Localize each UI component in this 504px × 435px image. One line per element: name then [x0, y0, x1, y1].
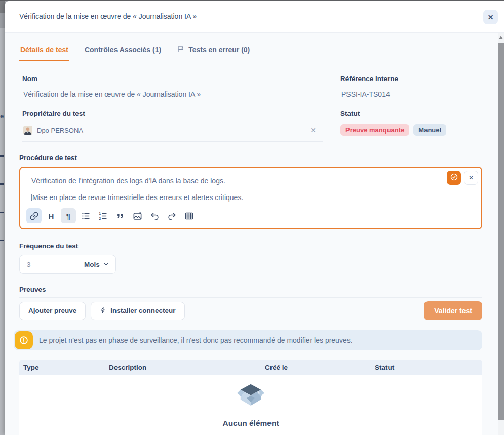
procedure-paragraph: Mise en place de revue trimestrielle des…: [31, 193, 470, 202]
fields-row-2: Propriétaire du test Dpo PERSONA ✕: [19, 110, 482, 142]
add-preuve-label: Ajouter preuve: [28, 307, 76, 314]
close-icon: ✕: [469, 174, 474, 181]
table-empty-state: Aucun élément: [19, 375, 482, 435]
tab-label: Tests en erreur (0): [188, 46, 250, 54]
status-badge-manuel: Manuel: [413, 124, 446, 136]
divider: [19, 297, 482, 298]
table-icon[interactable]: [181, 208, 197, 223]
frequency-input[interactable]: [19, 255, 77, 274]
procedure-label: Procédure de test: [19, 154, 482, 162]
info-banner-text: Le projet n'est pas en phase de surveill…: [39, 336, 353, 344]
backdrop-row-mark: [0, 155, 4, 157]
cancel-edit-button[interactable]: ✕: [464, 171, 478, 185]
frequency-group: Mois: [19, 255, 116, 274]
close-button[interactable]: ✕: [483, 10, 498, 24]
frequency-unit-select[interactable]: Mois: [77, 255, 116, 274]
fields-row-1: Nom Vérification de la mise en œuvre de …: [19, 75, 482, 98]
reference-label: Référence interne: [340, 75, 482, 83]
empty-state-text: Aucun élément: [222, 419, 279, 428]
preuves-table: Type Description Créé le Statut: [19, 360, 482, 435]
install-connector-label: Installer connecteur: [110, 307, 175, 314]
reference-value: PSSI-IA-TS014: [340, 90, 482, 98]
nom-label: Nom: [22, 75, 323, 83]
modal-body: Détails de test Contrôles Associés (1) T…: [5, 45, 504, 435]
chevron-down-icon: [103, 261, 109, 268]
window-top-edge: [0, 0, 504, 1]
undo-icon[interactable]: [147, 208, 162, 223]
redo-icon[interactable]: [164, 208, 179, 223]
modal-header: Vérification de la mise en œuvre de « Jo…: [5, 1, 504, 33]
validate-test-label: Valider test: [434, 307, 472, 315]
backdrop-block: [0, 13, 5, 28]
backdrop-row-mark: [0, 212, 4, 213]
owner-remove-button[interactable]: ✕: [310, 126, 316, 134]
tab-controles-associes[interactable]: Contrôles Associés (1): [84, 45, 162, 61]
preuves-actions: Ajouter preuve Installer connecteur Vali…: [19, 301, 482, 320]
tab-tests-en-erreur[interactable]: Tests en erreur (0): [176, 45, 251, 61]
modal-title: Vérification de la mise en œuvre de « Jo…: [19, 12, 197, 20]
warning-icon: [15, 331, 33, 349]
backdrop-row-mark: [0, 240, 4, 241]
field-reference-interne: Référence interne PSSI-IA-TS014: [337, 75, 482, 98]
editor-actions: ✕: [447, 171, 478, 185]
scrollbar-thumb[interactable]: [498, 43, 504, 420]
confirm-button[interactable]: [447, 171, 461, 185]
backdrop-row-mark: [0, 183, 4, 185]
blockquote-icon[interactable]: [112, 208, 128, 223]
scrollbar-track[interactable]: [498, 33, 504, 435]
procedure-paragraph: Vérification de l'intégration des logs d…: [31, 176, 470, 185]
flag-icon: [177, 45, 185, 54]
owner-chip: Dpo PERSONA ✕: [22, 123, 323, 142]
preuves-label: Preuves: [19, 286, 482, 293]
frequency-unit-value: Mois: [84, 261, 100, 268]
validate-test-button[interactable]: Valider test: [424, 301, 482, 320]
column-header-cree-le: Créé le: [261, 364, 371, 371]
remove-x-icon: ✕: [310, 126, 316, 134]
connector-icon: [100, 307, 106, 315]
heading-icon[interactable]: H: [44, 208, 59, 223]
check-circle-icon: [450, 173, 458, 183]
table-header-row: Type Description Créé le Statut: [19, 360, 482, 375]
editor-toolbar: H ¶ 1 2: [20, 204, 481, 228]
ordered-list-icon[interactable]: 1 2: [95, 208, 110, 223]
image-add-icon[interactable]: [130, 208, 145, 223]
column-header-description: Description: [105, 364, 261, 371]
field-nom: Nom Vérification de la mise en œuvre de …: [19, 75, 323, 98]
tab-label: Contrôles Associés (1): [85, 46, 161, 54]
page: e Vérification de la mise en œuvre de « …: [0, 0, 504, 435]
status-badges: Preuve manquante Manuel: [340, 124, 482, 136]
status-badge-preuve-manquante: Preuve manquante: [340, 124, 409, 136]
close-icon: ✕: [488, 13, 494, 21]
procedure-editor-textarea[interactable]: Vérification de l'intégration des logs d…: [20, 168, 481, 204]
backdrop-block: [0, 0, 5, 13]
link-icon[interactable]: [26, 208, 42, 223]
owner-name: Dpo PERSONA: [37, 127, 83, 134]
procedure-editor: Vérification de l'intégration des logs d…: [19, 167, 482, 229]
owner-avatar: [23, 126, 32, 135]
backdrop-page-strip: e: [0, 0, 5, 435]
bullet-list-icon[interactable]: [78, 208, 93, 223]
add-preuve-button[interactable]: Ajouter preuve: [19, 302, 86, 320]
proprietaire-label: Propriétaire du test: [22, 110, 323, 117]
svg-text:1: 1: [99, 212, 101, 215]
tab-details-de-test[interactable]: Détails de test: [19, 45, 69, 61]
column-header-type: Type: [19, 364, 105, 371]
statut-label: Statut: [340, 110, 482, 117]
modal: Vérification de la mise en œuvre de « Jo…: [5, 1, 504, 435]
nom-value: Vérification de la mise en œuvre de « Jo…: [22, 90, 323, 98]
frequence-label: Fréquence du test: [19, 242, 482, 250]
backdrop-text-fragment: e: [0, 112, 4, 120]
info-banner: Le projet n'est pas en phase de surveill…: [14, 330, 482, 350]
tab-bar: Détails de test Contrôles Associés (1) T…: [19, 45, 482, 61]
paragraph-icon[interactable]: ¶: [61, 208, 76, 223]
column-header-statut: Statut: [371, 364, 482, 371]
tab-label: Détails de test: [20, 46, 68, 54]
field-statut: Statut Preuve manquante Manuel: [337, 110, 482, 142]
install-connector-button[interactable]: Installer connecteur: [91, 302, 184, 320]
svg-text:2: 2: [99, 216, 101, 220]
field-proprietaire: Propriétaire du test Dpo PERSONA ✕: [19, 110, 323, 142]
scroll-up-arrow-icon[interactable]: [499, 36, 503, 39]
empty-box-icon: [237, 383, 264, 409]
